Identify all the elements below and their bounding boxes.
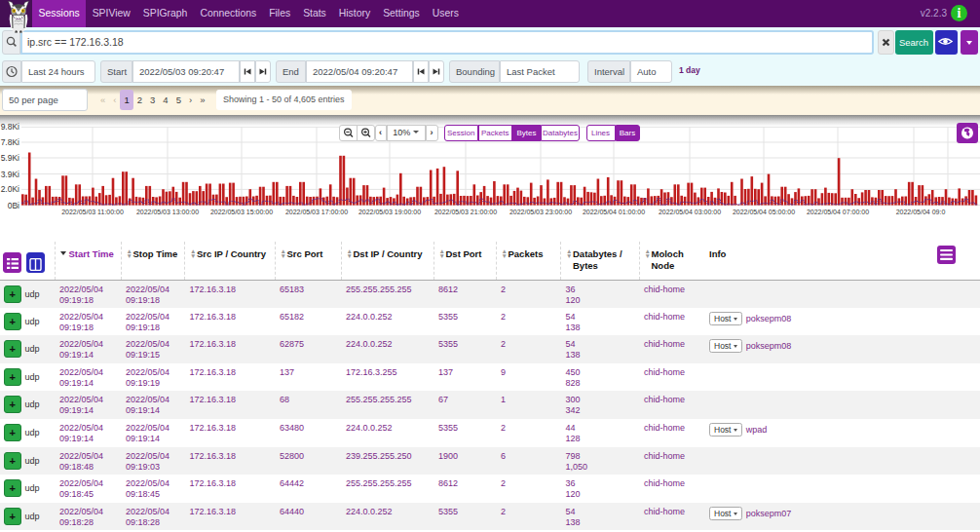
svg-text:2022/05/03 15:00:00: 2022/05/03 15:00:00	[210, 209, 273, 215]
svg-text:0Bi: 0Bi	[8, 201, 19, 210]
svg-text:2022/05/03 17:00:00: 2022/05/03 17:00:00	[285, 209, 348, 215]
svg-text:2022/05/04 01:00:00: 2022/05/04 01:00:00	[583, 209, 645, 215]
svg-text:2022/05/04 09:0: 2022/05/04 09:0	[896, 209, 946, 215]
svg-text:3.9Ki: 3.9Ki	[1, 170, 19, 179]
svg-text:2022/05/04 03:00:00: 2022/05/04 03:00:00	[659, 209, 721, 215]
svg-text:2022/05/03 19:00:00: 2022/05/03 19:00:00	[358, 209, 421, 215]
svg-text:2022/05/03 13:00:00: 2022/05/03 13:00:00	[136, 209, 199, 215]
svg-text:2022/05/04 05:00:00: 2022/05/04 05:00:00	[733, 209, 795, 215]
svg-text:2022/05/03 11:00:00: 2022/05/03 11:00:00	[61, 209, 124, 215]
svg-text:2.0Ki: 2.0Ki	[1, 184, 19, 194]
svg-text:2022/05/04 07:00:00: 2022/05/04 07:00:00	[807, 209, 869, 215]
svg-text:2022/05/03 21:00:00: 2022/05/03 21:00:00	[434, 209, 497, 215]
svg-text:5.9Ki: 5.9Ki	[1, 153, 19, 163]
svg-text:2022/05/03 23:00:00: 2022/05/03 23:00:00	[509, 209, 572, 215]
